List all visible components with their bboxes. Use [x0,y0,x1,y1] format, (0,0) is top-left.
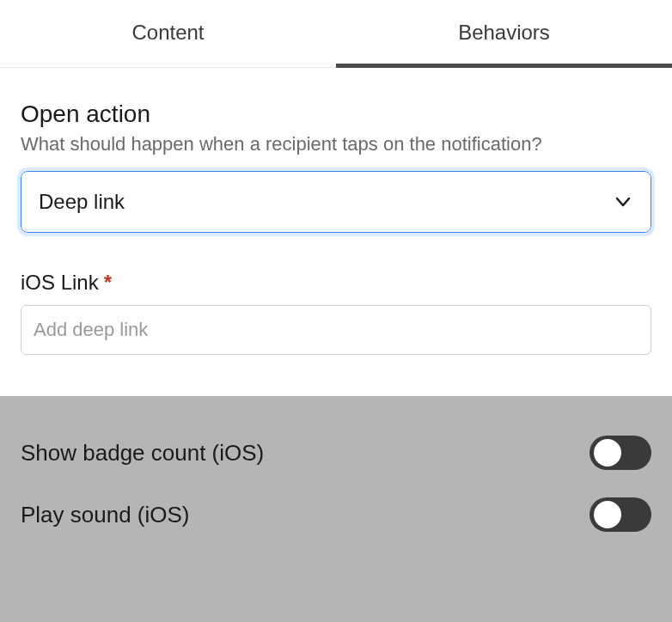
chevron-down-icon [613,192,633,212]
ios-link-field: iOS Link * [21,271,651,355]
tabs: Content Behaviors [0,0,672,68]
open-action-select-value: Deep link [39,190,125,214]
tab-content[interactable]: Content [0,0,336,67]
open-action-description: What should happen when a recipient taps… [21,133,651,156]
ios-link-label-text: iOS Link [21,271,99,295]
open-action-title: Open action [21,101,651,128]
ios-link-label: iOS Link * [21,271,651,295]
tab-behaviors[interactable]: Behaviors [336,0,672,67]
toggle-badge[interactable] [590,436,651,470]
option-sound-label: Play sound (iOS) [21,502,190,528]
option-row-sound: Play sound (iOS) [21,484,651,546]
open-action-section: Open action What should happen when a re… [0,68,672,396]
options-panel: Show badge count (iOS) Play sound (iOS) [0,396,672,622]
option-row-badge: Show badge count (iOS) [21,422,651,484]
open-action-select[interactable]: Deep link [21,171,651,233]
required-marker: * [104,271,112,295]
tab-content-label: Content [131,21,204,44]
tab-behaviors-label: Behaviors [458,21,550,44]
toggle-knob [594,439,621,466]
toggle-knob [594,501,621,528]
option-badge-label: Show badge count (iOS) [21,440,264,466]
ios-link-input[interactable] [21,305,651,355]
toggle-sound[interactable] [590,497,651,532]
